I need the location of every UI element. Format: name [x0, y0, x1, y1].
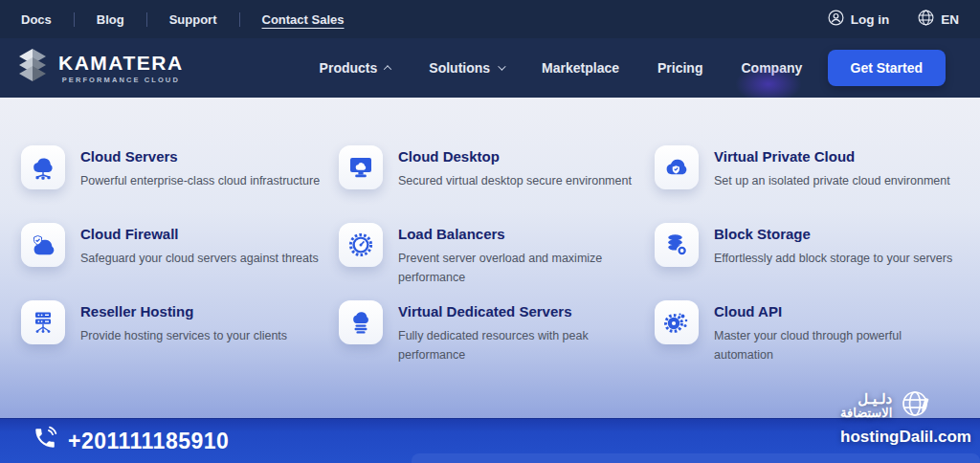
menu-item-desc: Set up an isolated private cloud environ… [714, 171, 950, 190]
menu-item-text: Cloud API Master your cloud through powe… [714, 300, 955, 364]
desktop-cloud-icon [339, 145, 383, 189]
main-navbar: KAMATERA PERFORMANCE CLOUD Products Solu… [0, 38, 980, 98]
brand-tagline: PERFORMANCE CLOUD [62, 76, 180, 84]
menu-item-cloud-desktop[interactable]: Cloud Desktop Secured virtual desktop se… [339, 145, 655, 217]
cloud-shield-icon [655, 145, 699, 189]
phone-icon [33, 426, 57, 456]
menu-item-reseller-hosting[interactable]: Reseller Hosting Provide hosting service… [21, 300, 339, 372]
menu-item-text: Virtual Private Cloud Set up an isolated… [714, 145, 950, 190]
menu-item-text: Virtual Dedicated Servers Fully dedicate… [398, 300, 639, 364]
menu-item-title: Load Balancers [398, 223, 639, 242]
get-started-button[interactable]: Get Started [828, 50, 946, 86]
nav-links: Products Solutions Marketplace Pricing C… [320, 60, 803, 76]
top-right: Log in EN [828, 10, 959, 29]
menu-item-desc: Fully dedicated resources with peak perf… [398, 326, 639, 364]
menu-item-desc: Provide hosting services to your clients [80, 326, 287, 345]
menu-item-block-storage[interactable]: Block Storage Effortlessly add block sto… [655, 223, 970, 295]
menu-item-desc: Powerful enterprise-class cloud infrastr… [80, 171, 320, 190]
menu-item-desc: Master your cloud through powerful autom… [714, 326, 955, 364]
language-selector[interactable]: EN [918, 10, 959, 29]
menu-item-title: Cloud Firewall [80, 223, 319, 242]
menu-item-cloud-api[interactable]: Cloud API Master your cloud through powe… [655, 300, 970, 372]
nav-item-products[interactable]: Products [320, 60, 391, 76]
nav-item-pricing[interactable]: Pricing [657, 60, 702, 76]
menu-item-virtual-private-cloud[interactable]: Virtual Private Cloud Set up an isolated… [655, 145, 970, 217]
menu-item-desc: Prevent server overload and maximize per… [398, 249, 639, 287]
globe-icon [918, 10, 934, 29]
menu-item-text: Cloud Desktop Secured virtual desktop se… [398, 145, 632, 190]
menu-item-title: Virtual Dedicated Servers [398, 300, 639, 320]
top-link-support[interactable]: Support [147, 12, 239, 27]
mega-menu-grid: Cloud Servers Powerful enterprise-class … [0, 98, 980, 372]
menu-item-title: Virtual Private Cloud [714, 145, 950, 165]
chevron-up-icon [384, 65, 391, 73]
products-mega-menu: Cloud Servers Powerful enterprise-class … [0, 98, 980, 418]
background-card-edge [412, 453, 980, 463]
menu-item-desc: Secured virtual desktop secure environme… [398, 171, 632, 190]
cloud-stack-icon [339, 300, 383, 344]
menu-item-title: Cloud Desktop [398, 145, 632, 165]
top-link-contact-sales[interactable]: Contact Sales [240, 12, 367, 27]
kamatera-logo[interactable]: KAMATERA PERFORMANCE CLOUD [17, 49, 184, 87]
menu-item-text: Load Balancers Prevent server overload a… [398, 223, 639, 287]
nav-item-marketplace[interactable]: Marketplace [542, 60, 619, 76]
menu-item-desc: Safeguard your cloud servers against thr… [80, 249, 319, 268]
menu-item-load-balancers[interactable]: Load Balancers Prevent server overload a… [339, 223, 655, 295]
menu-item-title: Reseller Hosting [80, 300, 287, 320]
user-icon [828, 10, 844, 29]
nav-item-solutions-label: Solutions [429, 60, 490, 76]
chevron-down-icon [498, 62, 505, 70]
kamatera-logo-icon [17, 49, 48, 87]
menu-item-title: Cloud API [714, 300, 955, 320]
nav-item-products-label: Products [320, 60, 378, 76]
phone-link[interactable]: +201111185910 [33, 426, 229, 456]
menu-item-text: Cloud Servers Powerful enterprise-class … [80, 145, 320, 190]
top-link-docs[interactable]: Docs [21, 12, 74, 27]
menu-item-text: Reseller Hosting Provide hosting service… [80, 300, 287, 345]
phone-number: +201111185910 [68, 429, 229, 454]
top-links: Docs Blog Support Contact Sales [21, 12, 367, 27]
login-link[interactable]: Log in [828, 10, 890, 29]
language-label: EN [941, 12, 959, 27]
menu-item-desc: Effortlessly add block storage to your s… [714, 249, 952, 268]
top-link-blog[interactable]: Blog [75, 12, 146, 27]
cloud-network-icon [21, 145, 65, 189]
menu-item-cloud-firewall[interactable]: Cloud Firewall Safeguard your cloud serv… [21, 223, 339, 295]
menu-item-title: Block Storage [714, 223, 952, 242]
login-label: Log in [851, 12, 890, 27]
top-utility-bar: Docs Blog Support Contact Sales Log in [0, 0, 980, 38]
menu-item-title: Cloud Servers [80, 145, 320, 165]
gauge-gear-icon [339, 223, 383, 267]
database-badge-icon [655, 223, 699, 267]
nav-item-solutions[interactable]: Solutions [429, 60, 503, 76]
server-tree-icon [21, 300, 65, 344]
menu-item-text: Block Storage Effortlessly add block sto… [714, 223, 952, 268]
gear-dots-icon [655, 300, 699, 344]
cloud-firewall-icon [21, 223, 65, 267]
menu-item-text: Cloud Firewall Safeguard your cloud serv… [80, 223, 319, 268]
menu-item-cloud-servers[interactable]: Cloud Servers Powerful enterprise-class … [21, 145, 339, 217]
brand-text: KAMATERA PERFORMANCE CLOUD [58, 52, 184, 84]
nav-item-company[interactable]: Company [741, 60, 802, 76]
brand-name: KAMATERA [58, 52, 184, 74]
menu-item-virtual-dedicated-servers[interactable]: Virtual Dedicated Servers Fully dedicate… [339, 300, 655, 372]
